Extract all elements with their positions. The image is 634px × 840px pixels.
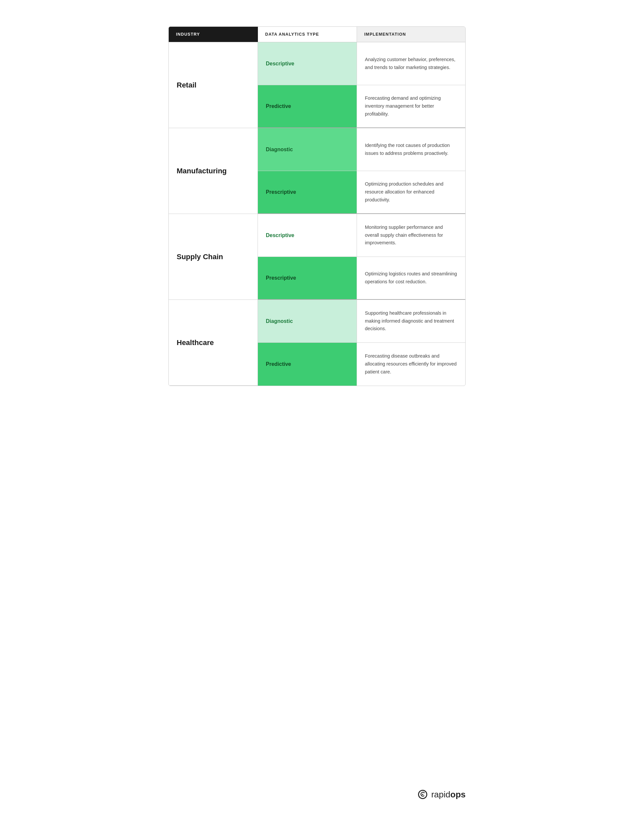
main-table: INDUSTRY DATA ANALYTICS TYPE IMPLEMENTAT… bbox=[168, 27, 466, 386]
implementation-cell: Supporting healthcare professionals in m… bbox=[357, 300, 465, 343]
brand-logo-area: rapidops bbox=[417, 788, 466, 801]
implementation-cell: Optimizing production schedules and reso… bbox=[357, 171, 465, 214]
analytics-type-cell: Diagnostic bbox=[258, 128, 357, 171]
industry-cell-retail: Retail bbox=[169, 42, 258, 128]
footer: rapidops bbox=[168, 769, 466, 801]
implementation-cell: Monitoring supplier performance and over… bbox=[357, 214, 465, 257]
analytics-type-cell: Prescriptive bbox=[258, 257, 357, 300]
industry-cell-healthcare: Healthcare bbox=[169, 300, 258, 386]
implementation-cell: Optimizing logistics routes and streamli… bbox=[357, 257, 465, 300]
implementation-cell: Forecasting disease outbreaks and alloca… bbox=[357, 343, 465, 386]
brand-plain: rapid bbox=[431, 789, 451, 799]
analytics-type-cell: Descriptive bbox=[258, 214, 357, 257]
analytics-type-cell: Descriptive bbox=[258, 42, 357, 85]
industry-cell-supply-chain: Supply Chain bbox=[169, 214, 258, 300]
table-row: RetailDescriptiveAnalyzing customer beha… bbox=[169, 42, 465, 85]
table-row: Supply ChainDescriptiveMonitoring suppli… bbox=[169, 214, 465, 257]
industry-cell-manufacturing: Manufacturing bbox=[169, 128, 258, 214]
brand-bold: ops bbox=[451, 789, 466, 799]
header-industry: INDUSTRY bbox=[169, 27, 258, 42]
table-row: HealthcareDiagnosticSupporting healthcar… bbox=[169, 300, 465, 343]
analytics-type-cell: Prescriptive bbox=[258, 171, 357, 214]
analytics-type-cell: Predictive bbox=[258, 85, 357, 128]
implementation-cell: Analyzing customer behavior, preferences… bbox=[357, 42, 465, 85]
table-header-row: INDUSTRY DATA ANALYTICS TYPE IMPLEMENTAT… bbox=[169, 27, 465, 42]
analytics-type-cell: Diagnostic bbox=[258, 300, 357, 343]
implementation-cell: Identifying the root causes of productio… bbox=[357, 128, 465, 171]
analytics-type-cell: Predictive bbox=[258, 343, 357, 386]
table-row: ManufacturingDiagnosticIdentifying the r… bbox=[169, 128, 465, 171]
header-implementation: IMPLEMENTATION bbox=[357, 27, 465, 42]
implementation-cell: Forecasting demand and optimizing invent… bbox=[357, 85, 465, 128]
rapidops-icon bbox=[417, 788, 428, 801]
brand-text: rapidops bbox=[431, 789, 466, 800]
table-container: INDUSTRY DATA ANALYTICS TYPE IMPLEMENTAT… bbox=[168, 27, 466, 386]
header-analytics: DATA ANALYTICS TYPE bbox=[258, 27, 357, 42]
